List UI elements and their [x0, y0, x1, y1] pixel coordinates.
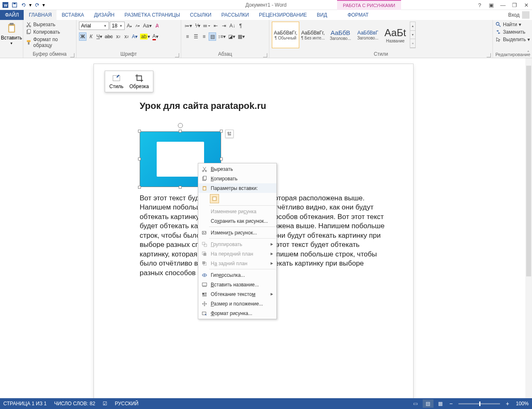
font-size-combo[interactable]: 18▼ — [110, 22, 125, 30]
tab-home[interactable]: ГЛАВНАЯ — [24, 10, 57, 20]
ctx-text-wrap[interactable]: Обтекание текстом▶ — [198, 289, 276, 299]
justify-icon[interactable]: ▤ — [209, 32, 216, 41]
ctx-edit-picture[interactable]: Изменить рисунок... — [198, 228, 276, 237]
grow-font-icon[interactable]: A▴ — [126, 22, 133, 30]
change-case-icon[interactable]: Aa▾ — [142, 22, 153, 30]
zoom-slider[interactable] — [458, 403, 500, 404]
clipboard-launcher-icon[interactable] — [70, 53, 74, 57]
redo-icon[interactable] — [32, 0, 42, 10]
style-title[interactable]: АаБtНазвание — [382, 22, 409, 48]
zoom-level[interactable]: 100% — [516, 401, 529, 407]
shrink-font-icon[interactable]: A▾ — [134, 22, 141, 30]
resize-handle[interactable] — [220, 130, 223, 133]
ctx-insert-caption[interactable]: Вставить название... — [198, 280, 276, 289]
clear-formatting-icon[interactable]: A̷ — [153, 22, 161, 30]
ctx-format-picture[interactable]: Формат рисунка... — [198, 308, 276, 318]
superscript-button[interactable]: x2 — [123, 32, 130, 41]
ctx-size-position[interactable]: Размер и положение... — [198, 299, 276, 308]
numbering-icon[interactable]: ⅟▾ — [194, 22, 201, 30]
tab-mailings[interactable]: РАССЫЛКИ — [217, 10, 254, 20]
format-painter-button[interactable]: Формат по образцу — [26, 36, 74, 49]
resize-handle[interactable] — [179, 130, 182, 133]
style-normal[interactable]: АаБбВвГг,¶ Обычный — [272, 22, 299, 48]
resize-handle[interactable] — [138, 186, 141, 189]
font-name-combo[interactable]: Arial▼ — [79, 22, 109, 30]
qat-customize-icon[interactable]: ▾ — [42, 0, 46, 10]
save-icon[interactable] — [10, 0, 19, 10]
align-center-icon[interactable]: ☰ — [192, 32, 200, 41]
undo-icon[interactable] — [19, 0, 28, 10]
align-left-icon[interactable]: ≡ — [184, 32, 191, 41]
cut-button[interactable]: Вырезать — [26, 21, 74, 28]
tab-review[interactable]: РЕЦЕНЗИРОВАНИЕ — [254, 10, 312, 20]
crop-button[interactable]: Обрезка — [127, 73, 151, 90]
show-marks-icon[interactable]: ¶ — [237, 22, 244, 30]
collapse-ribbon-icon[interactable]: ˄ — [527, 50, 530, 56]
underline-button[interactable]: Ч▾ — [96, 32, 103, 41]
paragraph-launcher-icon[interactable] — [263, 53, 267, 57]
borders-icon[interactable]: ▦▾ — [237, 32, 246, 41]
status-proofing-icon[interactable]: ☑ — [103, 401, 107, 407]
increase-indent-icon[interactable]: ⇥ — [220, 22, 228, 30]
styles-scroll[interactable]: ▲▼≡ — [410, 22, 416, 48]
zoom-in-button[interactable]: + — [504, 400, 511, 407]
tab-insert[interactable]: ВСТАВКА — [57, 10, 89, 20]
tab-format[interactable]: ФОРМАТ — [342, 10, 374, 20]
resize-handle[interactable] — [179, 186, 182, 189]
web-layout-icon[interactable]: ▦ — [435, 399, 446, 408]
italic-button[interactable]: К — [87, 32, 95, 41]
undo-dropdown-icon[interactable]: ▾ — [28, 0, 32, 10]
ctx-cut[interactable]: Вырезать — [198, 164, 276, 174]
style-heading2[interactable]: АаБбВвГЗаголово... — [354, 22, 382, 48]
minimize-icon[interactable]: — — [497, 0, 509, 10]
zoom-out-button[interactable]: − — [448, 400, 454, 407]
copy-button[interactable]: Копировать — [26, 28, 74, 36]
print-layout-icon[interactable]: ▤ — [423, 399, 433, 408]
highlight-icon[interactable]: ab▾ — [139, 32, 150, 41]
tab-file[interactable]: ФАЙЛ — [0, 10, 24, 20]
tab-page-layout[interactable]: РАЗМЕТКА СТРАНИЦЫ — [120, 10, 185, 20]
ctx-save-as-picture[interactable]: Сохранить как рисунок... — [198, 216, 276, 226]
sort-icon[interactable]: A↓ — [229, 22, 236, 30]
status-language[interactable]: РУССКИЙ — [115, 401, 138, 407]
replace-button[interactable]: Заменить — [495, 28, 530, 36]
zoom-thumb[interactable] — [479, 402, 480, 406]
bold-button[interactable]: Ж — [79, 32, 86, 41]
decrease-indent-icon[interactable]: ⇤ — [212, 22, 219, 30]
word-app-icon[interactable]: w — [1, 0, 10, 10]
layout-options-icon[interactable] — [225, 130, 234, 138]
rotate-handle-icon[interactable] — [178, 123, 183, 128]
ctx-copy[interactable]: Копировать — [198, 174, 276, 183]
style-no-spacing[interactable]: АаБбВвГг,¶ Без инте... — [299, 22, 327, 48]
find-button[interactable]: Найти ▾ — [495, 21, 530, 28]
vertical-scrollbar[interactable] — [525, 58, 532, 398]
bullets-icon[interactable]: ≔▾ — [184, 22, 193, 30]
close-icon[interactable]: ✕ — [520, 0, 532, 10]
select-button[interactable]: Выделить ▾ — [495, 36, 530, 43]
tab-design[interactable]: ДИЗАЙН — [89, 10, 119, 20]
help-icon[interactable]: ? — [474, 0, 485, 10]
resize-handle[interactable] — [138, 130, 141, 133]
shading-icon[interactable]: ◪▾ — [227, 32, 236, 41]
multilevel-icon[interactable]: ⩸▾ — [202, 22, 211, 30]
styles-launcher-icon[interactable] — [487, 53, 491, 57]
subscript-button[interactable]: x2 — [114, 32, 122, 41]
ribbon-display-icon[interactable]: ▣ — [485, 0, 497, 10]
font-launcher-icon[interactable] — [175, 53, 179, 57]
restore-icon[interactable]: ❐ — [509, 0, 520, 10]
font-color-icon[interactable]: A▾ — [152, 32, 159, 41]
paste-keep-source-icon[interactable] — [210, 194, 219, 203]
style-heading1[interactable]: АаБбВЗаголово... — [327, 22, 354, 48]
resize-handle[interactable] — [220, 158, 223, 160]
read-mode-icon[interactable]: ▭ — [410, 399, 421, 408]
tab-view[interactable]: ВИД — [312, 10, 332, 20]
text-effects-icon[interactable]: A▾ — [131, 32, 138, 41]
style-button[interactable]: Стиль — [107, 73, 126, 90]
account-login[interactable]: Вход — [508, 11, 530, 19]
scrollbar-thumb[interactable] — [526, 66, 531, 276]
paste-button[interactable]: Вставить ▼ — [1, 21, 22, 45]
status-page[interactable]: СТРАНИЦА 1 ИЗ 1 — [3, 401, 47, 407]
strikethrough-button[interactable]: abc — [104, 32, 113, 41]
line-spacing-icon[interactable]: ↕≡▾ — [217, 32, 227, 41]
tab-references[interactable]: ССЫЛКИ — [185, 10, 216, 20]
